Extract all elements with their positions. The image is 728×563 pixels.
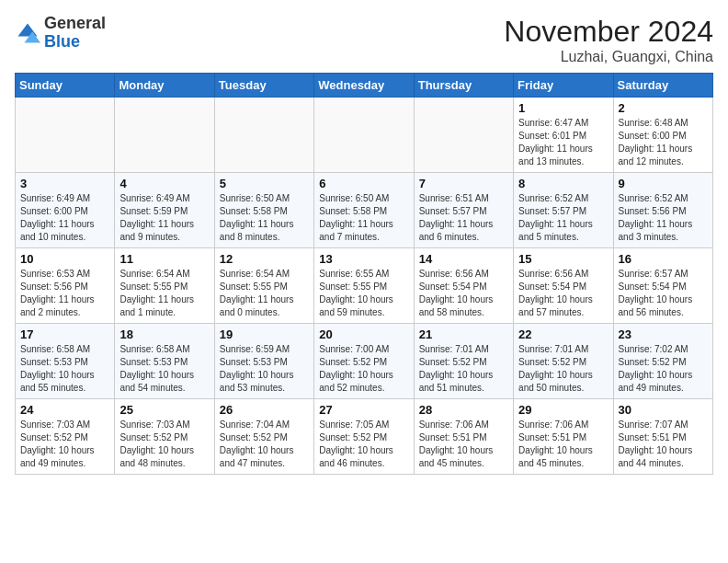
calendar-cell: 13Sunrise: 6:55 AM Sunset: 5:55 PM Dayli…	[314, 248, 414, 324]
day-info: Sunrise: 6:52 AM Sunset: 5:57 PM Dayligh…	[518, 192, 608, 244]
day-number: 25	[119, 403, 209, 417]
day-info: Sunrise: 7:06 AM Sunset: 5:51 PM Dayligh…	[419, 419, 508, 470]
calendar-cell: 8Sunrise: 6:52 AM Sunset: 5:57 PM Daylig…	[514, 173, 613, 248]
day-info: Sunrise: 6:53 AM Sunset: 5:56 PM Dayligh…	[20, 268, 109, 319]
calendar-table: SundayMondayTuesdayWednesdayThursdayFrid…	[15, 73, 713, 475]
calendar-cell: 26Sunrise: 7:04 AM Sunset: 5:52 PM Dayli…	[214, 399, 313, 475]
header-thursday: Thursday	[414, 74, 513, 98]
calendar-cell	[414, 98, 513, 173]
day-info: Sunrise: 7:07 AM Sunset: 5:51 PM Dayligh…	[619, 419, 708, 470]
calendar-cell: 5Sunrise: 6:50 AM Sunset: 5:58 PM Daylig…	[214, 173, 313, 248]
day-number: 8	[518, 177, 608, 190]
day-info: Sunrise: 7:06 AM Sunset: 5:51 PM Dayligh…	[518, 419, 608, 470]
day-number: 21	[419, 327, 508, 341]
day-info: Sunrise: 6:51 AM Sunset: 5:57 PM Dayligh…	[419, 192, 508, 244]
day-number: 26	[220, 403, 309, 417]
calendar-cell: 29Sunrise: 7:06 AM Sunset: 5:51 PM Dayli…	[514, 399, 613, 475]
calendar-cell: 25Sunrise: 7:03 AM Sunset: 5:52 PM Dayli…	[115, 399, 214, 475]
day-info: Sunrise: 7:04 AM Sunset: 5:52 PM Dayligh…	[220, 419, 309, 470]
logo-icon	[15, 20, 40, 46]
day-number: 16	[619, 252, 708, 266]
day-number: 11	[119, 252, 209, 266]
day-info: Sunrise: 7:05 AM Sunset: 5:52 PM Dayligh…	[319, 419, 408, 470]
day-number: 4	[119, 177, 209, 190]
calendar-cell: 7Sunrise: 6:51 AM Sunset: 5:57 PM Daylig…	[414, 173, 513, 248]
day-number: 12	[220, 252, 309, 266]
day-info: Sunrise: 7:03 AM Sunset: 5:52 PM Dayligh…	[20, 419, 109, 470]
day-number: 20	[319, 327, 408, 341]
calendar-week-row: 17Sunrise: 6:58 AM Sunset: 5:53 PM Dayli…	[16, 324, 713, 399]
calendar-cell: 1Sunrise: 6:47 AM Sunset: 6:01 PM Daylig…	[514, 98, 613, 173]
calendar-cell: 17Sunrise: 6:58 AM Sunset: 5:53 PM Dayli…	[16, 324, 115, 399]
day-info: Sunrise: 6:58 AM Sunset: 5:53 PM Dayligh…	[20, 343, 109, 395]
day-info: Sunrise: 6:56 AM Sunset: 5:54 PM Dayligh…	[419, 268, 508, 319]
calendar-cell: 27Sunrise: 7:05 AM Sunset: 5:52 PM Dayli…	[314, 399, 414, 475]
calendar-week-row: 3Sunrise: 6:49 AM Sunset: 6:00 PM Daylig…	[16, 173, 713, 248]
day-number: 1	[518, 101, 608, 115]
calendar-cell: 22Sunrise: 7:01 AM Sunset: 5:52 PM Dayli…	[514, 324, 613, 399]
day-info: Sunrise: 7:00 AM Sunset: 5:52 PM Dayligh…	[319, 343, 408, 395]
calendar-cell: 19Sunrise: 6:59 AM Sunset: 5:53 PM Dayli…	[214, 324, 313, 399]
day-number: 22	[518, 327, 608, 341]
calendar-cell: 16Sunrise: 6:57 AM Sunset: 5:54 PM Dayli…	[613, 248, 712, 324]
header-saturday: Saturday	[613, 74, 712, 98]
day-info: Sunrise: 6:54 AM Sunset: 5:55 PM Dayligh…	[220, 268, 309, 319]
calendar-cell	[314, 98, 414, 173]
day-info: Sunrise: 6:49 AM Sunset: 6:00 PM Dayligh…	[20, 192, 109, 244]
day-number: 30	[619, 403, 708, 417]
day-info: Sunrise: 6:59 AM Sunset: 5:53 PM Dayligh…	[220, 343, 309, 395]
day-info: Sunrise: 6:47 AM Sunset: 6:01 PM Dayligh…	[518, 117, 608, 168]
day-number: 5	[220, 177, 309, 190]
calendar-week-row: 1Sunrise: 6:47 AM Sunset: 6:01 PM Daylig…	[16, 98, 713, 173]
day-number: 2	[619, 101, 708, 115]
logo-general: General	[44, 14, 106, 32]
month-title: November 2024	[504, 15, 713, 49]
day-number: 6	[319, 177, 408, 190]
location: Luzhai, Guangxi, China	[504, 49, 713, 65]
day-info: Sunrise: 6:52 AM Sunset: 5:56 PM Dayligh…	[619, 192, 708, 244]
day-info: Sunrise: 6:57 AM Sunset: 5:54 PM Dayligh…	[619, 268, 708, 319]
day-info: Sunrise: 7:01 AM Sunset: 5:52 PM Dayligh…	[518, 343, 608, 395]
day-info: Sunrise: 6:56 AM Sunset: 5:54 PM Dayligh…	[518, 268, 608, 319]
calendar-cell: 12Sunrise: 6:54 AM Sunset: 5:55 PM Dayli…	[214, 248, 313, 324]
day-number: 19	[220, 327, 309, 341]
logo-blue: Blue	[44, 32, 80, 51]
calendar-cell: 20Sunrise: 7:00 AM Sunset: 5:52 PM Dayli…	[314, 324, 414, 399]
day-number: 13	[319, 252, 408, 266]
day-number: 28	[419, 403, 508, 417]
calendar-cell: 10Sunrise: 6:53 AM Sunset: 5:56 PM Dayli…	[16, 248, 115, 324]
day-number: 27	[319, 403, 408, 417]
header-sunday: Sunday	[16, 74, 115, 98]
day-info: Sunrise: 6:49 AM Sunset: 5:59 PM Dayligh…	[119, 192, 209, 244]
day-info: Sunrise: 7:02 AM Sunset: 5:52 PM Dayligh…	[619, 343, 708, 395]
calendar-cell: 6Sunrise: 6:50 AM Sunset: 5:58 PM Daylig…	[314, 173, 414, 248]
header-wednesday: Wednesday	[314, 74, 414, 98]
title-block: November 2024 Luzhai, Guangxi, China	[504, 15, 713, 65]
header-friday: Friday	[514, 74, 613, 98]
calendar-cell: 11Sunrise: 6:54 AM Sunset: 5:55 PM Dayli…	[115, 248, 214, 324]
calendar-cell: 18Sunrise: 6:58 AM Sunset: 5:53 PM Dayli…	[115, 324, 214, 399]
calendar-week-row: 10Sunrise: 6:53 AM Sunset: 5:56 PM Dayli…	[16, 248, 713, 324]
day-number: 24	[20, 403, 109, 417]
calendar-cell	[16, 98, 115, 173]
day-number: 3	[20, 177, 109, 190]
calendar-cell: 21Sunrise: 7:01 AM Sunset: 5:52 PM Dayli…	[414, 324, 513, 399]
day-info: Sunrise: 6:50 AM Sunset: 5:58 PM Dayligh…	[319, 192, 408, 244]
calendar-cell: 24Sunrise: 7:03 AM Sunset: 5:52 PM Dayli…	[16, 399, 115, 475]
day-info: Sunrise: 6:50 AM Sunset: 5:58 PM Dayligh…	[220, 192, 309, 244]
calendar-cell: 9Sunrise: 6:52 AM Sunset: 5:56 PM Daylig…	[613, 173, 712, 248]
day-number: 7	[419, 177, 508, 190]
day-number: 10	[20, 252, 109, 266]
calendar-cell	[115, 98, 214, 173]
calendar-cell: 3Sunrise: 6:49 AM Sunset: 6:00 PM Daylig…	[16, 173, 115, 248]
day-number: 18	[119, 327, 209, 341]
day-info: Sunrise: 6:54 AM Sunset: 5:55 PM Dayligh…	[119, 268, 209, 319]
calendar-cell: 28Sunrise: 7:06 AM Sunset: 5:51 PM Dayli…	[414, 399, 513, 475]
day-number: 14	[419, 252, 508, 266]
day-info: Sunrise: 7:03 AM Sunset: 5:52 PM Dayligh…	[119, 419, 209, 470]
calendar-cell: 23Sunrise: 7:02 AM Sunset: 5:52 PM Dayli…	[613, 324, 712, 399]
day-info: Sunrise: 6:58 AM Sunset: 5:53 PM Dayligh…	[119, 343, 209, 395]
day-info: Sunrise: 6:55 AM Sunset: 5:55 PM Dayligh…	[319, 268, 408, 319]
calendar-cell: 30Sunrise: 7:07 AM Sunset: 5:51 PM Dayli…	[613, 399, 712, 475]
calendar-week-row: 24Sunrise: 7:03 AM Sunset: 5:52 PM Dayli…	[16, 399, 713, 475]
